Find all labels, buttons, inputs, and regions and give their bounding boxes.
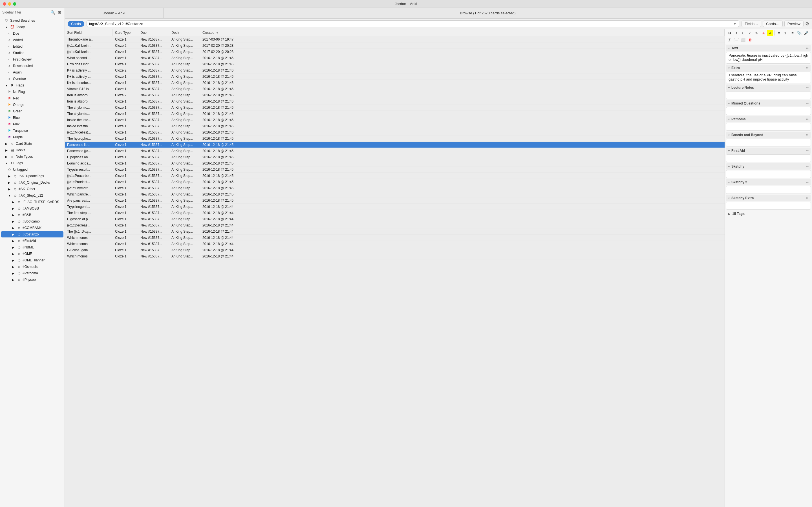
sidebar-item-bb[interactable]: ▶ ◇ #B&B <box>1 212 63 218</box>
th-due[interactable]: Due <box>138 29 169 36</box>
sidebar-item-purple[interactable]: ⚑ Purple <box>1 134 63 140</box>
field-body-sketchy-2[interactable] <box>726 186 811 194</box>
field-edit-icon-lecture-notes[interactable]: ✏ <box>806 86 809 90</box>
field-edit-icon-sketchy-2[interactable]: ✏ <box>806 180 809 184</box>
subscript-button[interactable]: x₂ <box>754 30 760 36</box>
field-edit-icon-missed-questions[interactable]: ✏ <box>806 102 809 105</box>
bracket-button[interactable]: […] <box>733 37 740 43</box>
sidebar-item-osmosis[interactable]: ▶ ◇ #Osmosis <box>1 264 63 270</box>
sidebar-item-no-flag[interactable]: ⚑ No Flag <box>1 89 63 95</box>
sidebar-item-flags[interactable]: ▾ ⚑ Flags <box>1 82 63 89</box>
fields-button[interactable]: Fields… <box>742 20 761 27</box>
table-row[interactable]: Which pancre... Cloze 1 New #15337... An… <box>65 191 725 198</box>
search-input[interactable] <box>89 22 731 26</box>
sidebar-item-turquoise[interactable]: ⚑ Turquoise <box>1 128 63 134</box>
gear-icon[interactable]: ⚙ <box>805 21 809 26</box>
sidebar-item-today[interactable]: ▾ ⏰ Today <box>1 24 63 30</box>
table-row[interactable]: How does incr... Cloze 1 New #15337... A… <box>65 61 725 67</box>
th-sort-field[interactable]: Sort Field <box>65 29 113 36</box>
field-header-sketchy-2[interactable]: ▾ Sketchy 2 ✏ <box>726 179 811 185</box>
table-row[interactable]: Which monos... Cloze 1 New #15337... AnK… <box>65 235 725 241</box>
table-row[interactable]: K+ is actively ... Cloze 1 New #15337...… <box>65 73 725 80</box>
table-row[interactable]: Dipeptides an... Cloze 1 New #15337... A… <box>65 154 725 160</box>
table-row[interactable]: Trypsinogen i... Cloze 1 New #15337... A… <box>65 204 725 210</box>
cards-toggle[interactable]: Cards <box>68 21 84 27</box>
sidebar-item-pathoma[interactable]: ▶ ◇ #Pathoma <box>1 270 63 276</box>
field-header-lecture-notes[interactable]: ▾ Lecture Notes ✏ <box>726 84 811 91</box>
th-card-type[interactable]: Card Type <box>113 29 138 36</box>
sidebar-item-untagged[interactable]: ◇ Untagged <box>1 166 63 173</box>
field-edit-icon-extra[interactable]: ✏ <box>806 66 809 70</box>
field-body-first-aid[interactable] <box>726 154 811 162</box>
table-row[interactable]: {{c1::Kallikrein... Cloze 2 New #15337..… <box>65 43 725 49</box>
tags-row[interactable]: ▶ 15 Tags <box>726 211 811 217</box>
field-header-missed-questions[interactable]: ▾ Missed Questions ✏ <box>726 100 811 107</box>
sidebar-item-studied[interactable]: ○ Studied <box>1 50 63 56</box>
mic-button[interactable]: 🎤 <box>803 30 809 36</box>
field-body-lecture-notes[interactable] <box>726 91 811 99</box>
sidebar-item-ome-banner[interactable]: ▶ ◇ #OME_banner <box>1 257 63 263</box>
th-created[interactable]: Created ▼ <box>200 29 725 36</box>
field-body-boards-beyond[interactable] <box>726 138 811 147</box>
table-row[interactable]: Trypsin result... Cloze 1 New #15337... … <box>65 166 725 173</box>
attachment-button[interactable]: 📎 <box>796 30 802 36</box>
sidebar-item-amboss[interactable]: ▶ ◇ #AMBOSS <box>1 205 63 212</box>
table-row[interactable]: The chylomic... Cloze 1 New #15337... An… <box>65 111 725 117</box>
field-body-extra[interactable]: Therefore, the use of a PPI drug can rai… <box>726 71 811 83</box>
sidebar-item-edited[interactable]: ○ Edited <box>1 43 63 50</box>
sidebar-item-due[interactable]: ○ Due <box>1 31 63 37</box>
table-row[interactable]: Pancreatic lip... Cloze 1 New #15337... … <box>65 142 725 148</box>
field-header-first-aid[interactable]: ▾ First Aid ✏ <box>726 148 811 154</box>
ol-button[interactable]: 1. <box>783 30 789 36</box>
sidebar-item-decks[interactable]: ▶ ▤ Decks <box>1 147 63 153</box>
field-header-text[interactable]: ▾ Text ✏ <box>726 45 811 51</box>
table-row[interactable]: Glucose, gala... Cloze 1 New #15337... A… <box>65 247 725 253</box>
table-row[interactable]: {{c1::Proelast... Cloze 1 New #15337... … <box>65 179 725 185</box>
ul-button[interactable]: ≡ <box>776 30 782 36</box>
field-edit-icon-sketchy[interactable]: ✏ <box>806 165 809 168</box>
sidebar-search-icon[interactable]: 🔍 <box>50 10 56 15</box>
field-body-text[interactable]: Pancreatic lipase is inactivated by {{c1… <box>726 52 811 64</box>
th-deck[interactable]: Deck <box>169 29 200 36</box>
preview-button[interactable]: Preview <box>784 20 804 27</box>
highlight-button[interactable]: A <box>767 30 773 36</box>
field-body-sketchy-extra[interactable] <box>726 202 811 210</box>
table-row[interactable]: Inside the inte... Cloze 1 New #15337...… <box>65 117 725 123</box>
sidebar-item-again[interactable]: ○ Again <box>1 69 63 75</box>
sidebar-item-ak-update-tags[interactable]: ▶ ◇ !AK_UpdateTags <box>1 173 63 179</box>
sidebar-item-combank[interactable]: ▶ ◇ #COMBANK <box>1 225 63 231</box>
sidebar-item-physeo[interactable]: ▶ ◇ #Physeo <box>1 277 63 283</box>
cloze-button[interactable]: ⬜ <box>740 37 746 43</box>
field-header-sketchy[interactable]: ▾ Sketchy ✏ <box>726 163 811 170</box>
font-color-button[interactable]: A <box>760 30 767 36</box>
table-row[interactable]: Are pancreati... Cloze 1 New #15337... A… <box>65 198 725 204</box>
field-header-pathoma[interactable]: ▾ Pathoma ✏ <box>726 116 811 122</box>
field-body-sketchy[interactable] <box>726 170 811 178</box>
table-row[interactable]: L-amino acids... Cloze 1 New #15337... A… <box>65 160 725 166</box>
field-body-missed-questions[interactable] <box>726 107 811 115</box>
sidebar-item-bootcamp[interactable]: ▶ ◇ #Bootcamp <box>1 218 63 224</box>
sidebar-item-blue[interactable]: ⚑ Blue <box>1 115 63 121</box>
sidebar-item-green[interactable]: ⚑ Green <box>1 108 63 114</box>
table-row[interactable]: Which monos... Cloze 1 New #15337... AnK… <box>65 241 725 247</box>
sidebar-item-orange[interactable]: ⚑ Orange <box>1 102 63 108</box>
sidebar-item-tags[interactable]: ▾ 🏷 Tags <box>1 160 63 166</box>
field-edit-icon-sketchy-extra[interactable]: ✏ <box>806 196 809 200</box>
formula-button[interactable]: ∑ <box>726 37 733 43</box>
close-button[interactable] <box>3 2 6 6</box>
minimize-button[interactable] <box>8 2 11 6</box>
superscript-button[interactable]: x² <box>747 30 753 36</box>
bold-button[interactable]: B <box>726 30 733 36</box>
field-header-extra[interactable]: ▾ Extra ✏ <box>726 65 811 71</box>
sidebar-item-card-state[interactable]: ▶ ○ Card State <box>1 140 63 147</box>
maximize-button[interactable] <box>13 2 16 6</box>
field-edit-icon-pathoma[interactable]: ✏ <box>806 117 809 121</box>
table-row[interactable]: What second ... Cloze 1 New #15337... An… <box>65 55 725 61</box>
table-row[interactable]: The first step i... Cloze 1 New #15337..… <box>65 210 725 216</box>
sidebar-item-first-review[interactable]: ○ First Review <box>1 56 63 62</box>
table-row[interactable]: K+ is absorbe... Cloze 1 New #15337... A… <box>65 80 725 86</box>
table-row[interactable]: Vitamin B12 is... Cloze 1 New #15337... … <box>65 86 725 92</box>
table-row[interactable]: Iron is absorb... Cloze 1 New #15337... … <box>65 98 725 105</box>
sidebar-item-note-types[interactable]: ▶ ≡ Note Types <box>1 154 63 160</box>
field-header-sketchy-extra[interactable]: ▾ Sketchy Extra ✏ <box>726 195 811 201</box>
